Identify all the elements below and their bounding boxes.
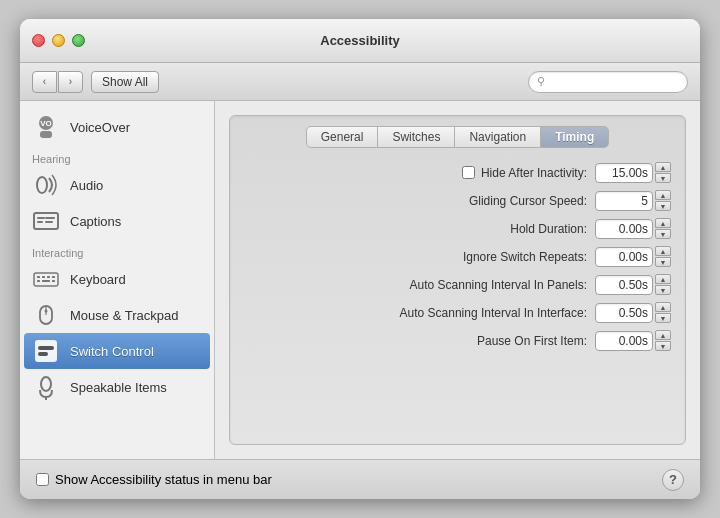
auto-scan-interface-decrement[interactable]: ▼ <box>655 313 671 323</box>
sidebar-item-switch-control-label: Switch Control <box>70 344 154 359</box>
search-icon: ⚲ <box>537 75 545 88</box>
svg-rect-6 <box>37 221 43 223</box>
gliding-cursor-increment[interactable]: ▲ <box>655 190 671 200</box>
show-status-label: Show Accessibility status in menu bar <box>55 472 272 487</box>
ignore-repeats-label: Ignore Switch Repeats: <box>463 250 587 264</box>
hide-after-input[interactable] <box>595 163 653 183</box>
auto-scan-interface-input[interactable] <box>595 303 653 323</box>
form-row-auto-scan-interface: Auto Scanning Interval In Interface: ▲ ▼ <box>244 302 671 323</box>
hide-after-value-container: ▲ ▼ <box>595 162 671 183</box>
pause-first-input[interactable] <box>595 331 653 351</box>
gliding-cursor-input[interactable] <box>595 191 653 211</box>
sidebar-item-audio[interactable]: Audio <box>20 167 214 203</box>
sidebar: VO VoiceOver Hearing Audio <box>20 101 215 459</box>
auto-scan-panels-stepper: ▲ ▼ <box>655 274 671 295</box>
tab-general[interactable]: General <box>306 126 379 148</box>
svg-rect-5 <box>37 217 45 219</box>
tabs: General Switches Navigation Timing <box>244 126 671 148</box>
auto-scan-panels-decrement[interactable]: ▼ <box>655 285 671 295</box>
sidebar-item-keyboard-label: Keyboard <box>70 272 126 287</box>
hold-duration-decrement[interactable]: ▼ <box>655 229 671 239</box>
form-row-hide-after: Hide After Inactivity: ▲ ▼ <box>244 162 671 183</box>
svg-rect-11 <box>42 276 45 278</box>
auto-scan-panels-increment[interactable]: ▲ <box>655 274 671 284</box>
ignore-repeats-decrement[interactable]: ▼ <box>655 257 671 267</box>
main-window: Accessibility ‹ › Show All ⚲ VO <box>20 19 700 499</box>
mouse-trackpad-icon <box>32 301 60 329</box>
svg-rect-20 <box>35 340 57 362</box>
voiceover-icon: VO <box>32 113 60 141</box>
pause-first-increment[interactable]: ▲ <box>655 330 671 340</box>
hold-duration-label: Hold Duration: <box>510 222 587 236</box>
pause-first-stepper: ▲ ▼ <box>655 330 671 351</box>
hold-duration-stepper: ▲ ▼ <box>655 218 671 239</box>
svg-rect-13 <box>52 276 55 278</box>
keyboard-icon <box>32 265 60 293</box>
pause-first-decrement[interactable]: ▼ <box>655 341 671 351</box>
svg-rect-22 <box>38 352 48 356</box>
main-content: VO VoiceOver Hearing Audio <box>20 101 700 459</box>
show-status-checkbox[interactable] <box>36 473 49 486</box>
tab-timing[interactable]: Timing <box>540 126 609 148</box>
hide-after-increment[interactable]: ▲ <box>655 162 671 172</box>
auto-scan-panels-label: Auto Scanning Interval In Panels: <box>410 278 587 292</box>
pause-first-value-container: ▲ ▼ <box>595 330 671 351</box>
sidebar-item-mouse-trackpad[interactable]: Mouse & Trackpad <box>20 297 214 333</box>
sidebar-section-interacting: Interacting <box>20 239 214 261</box>
ignore-repeats-increment[interactable]: ▲ <box>655 246 671 256</box>
tab-navigation[interactable]: Navigation <box>454 126 541 148</box>
hide-after-checkbox-row: Hide After Inactivity: <box>462 166 587 180</box>
form-row-auto-scan-panels: Auto Scanning Interval In Panels: ▲ ▼ <box>244 274 671 295</box>
svg-rect-9 <box>34 273 58 286</box>
sidebar-item-keyboard[interactable]: Keyboard <box>20 261 214 297</box>
speakable-items-icon <box>32 373 60 401</box>
show-all-button[interactable]: Show All <box>91 71 159 93</box>
hold-duration-value-container: ▲ ▼ <box>595 218 671 239</box>
titlebar: Accessibility <box>20 19 700 63</box>
svg-point-23 <box>41 377 51 391</box>
auto-scan-interface-label: Auto Scanning Interval In Interface: <box>400 306 587 320</box>
search-input[interactable] <box>549 75 679 89</box>
tab-switches[interactable]: Switches <box>377 126 455 148</box>
hold-duration-increment[interactable]: ▲ <box>655 218 671 228</box>
auto-scan-interface-value-container: ▲ ▼ <box>595 302 671 323</box>
form-row-ignore-repeats: Ignore Switch Repeats: ▲ ▼ <box>244 246 671 267</box>
gliding-cursor-label: Gliding Cursor Speed: <box>469 194 587 208</box>
svg-rect-14 <box>37 280 40 282</box>
hide-after-checkbox[interactable] <box>462 166 475 179</box>
maximize-button[interactable] <box>72 34 85 47</box>
sidebar-item-switch-control[interactable]: Switch Control <box>24 333 210 369</box>
gliding-cursor-decrement[interactable]: ▼ <box>655 201 671 211</box>
back-button[interactable]: ‹ <box>32 71 57 93</box>
svg-rect-15 <box>42 280 50 282</box>
form-row-gliding-cursor: Gliding Cursor Speed: ▲ ▼ <box>244 190 671 211</box>
svg-rect-10 <box>37 276 40 278</box>
close-button[interactable] <box>32 34 45 47</box>
sidebar-item-mouse-trackpad-label: Mouse & Trackpad <box>70 308 178 323</box>
auto-scan-panels-value-container: ▲ ▼ <box>595 274 671 295</box>
minimize-button[interactable] <box>52 34 65 47</box>
auto-scan-panels-input[interactable] <box>595 275 653 295</box>
traffic-lights <box>32 34 85 47</box>
svg-text:VO: VO <box>40 119 52 128</box>
forward-button[interactable]: › <box>58 71 83 93</box>
help-button[interactable]: ? <box>662 469 684 491</box>
gliding-cursor-value-container: ▲ ▼ <box>595 190 671 211</box>
svg-point-19 <box>45 310 48 313</box>
auto-scan-interface-stepper: ▲ ▼ <box>655 302 671 323</box>
auto-scan-interface-increment[interactable]: ▲ <box>655 302 671 312</box>
ignore-repeats-value-container: ▲ ▼ <box>595 246 671 267</box>
sidebar-item-captions[interactable]: Captions <box>20 203 214 239</box>
hold-duration-input[interactable] <box>595 219 653 239</box>
sidebar-item-speakable-items[interactable]: Speakable Items <box>20 369 214 405</box>
search-box: ⚲ <box>528 71 688 93</box>
form-row-pause-first: Pause On First Item: ▲ ▼ <box>244 330 671 351</box>
ignore-repeats-input[interactable] <box>595 247 653 267</box>
ignore-repeats-stepper: ▲ ▼ <box>655 246 671 267</box>
bottom-bar: Show Accessibility status in menu bar ? <box>20 459 700 499</box>
form-row-hold-duration: Hold Duration: ▲ ▼ <box>244 218 671 239</box>
hide-after-decrement[interactable]: ▼ <box>655 173 671 183</box>
captions-icon <box>32 207 60 235</box>
pause-first-label: Pause On First Item: <box>477 334 587 348</box>
sidebar-item-voiceover[interactable]: VO VoiceOver <box>20 109 214 145</box>
